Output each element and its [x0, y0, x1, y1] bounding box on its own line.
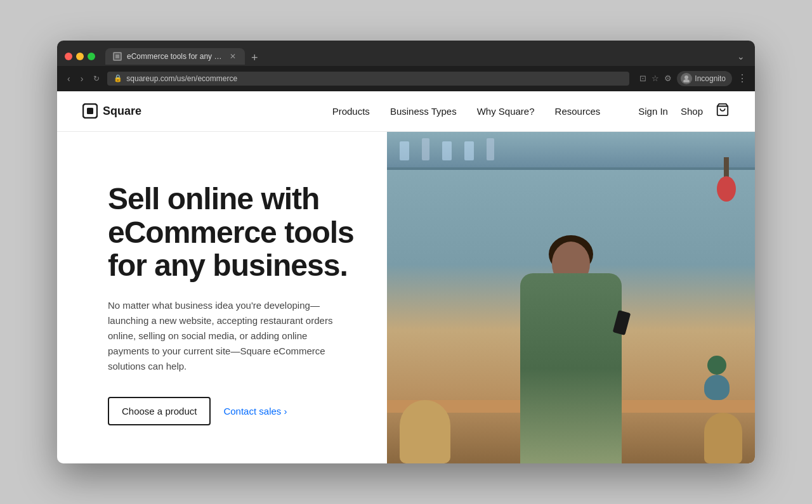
nav-links: Products Business Types Why Square? Reso… — [332, 106, 601, 117]
tab-favicon — [113, 52, 122, 61]
basket-right — [704, 413, 742, 463]
tab-title: eCommerce tools for any busi... — [127, 52, 225, 61]
svg-rect-5 — [87, 108, 93, 114]
shelf-glass-item — [400, 141, 409, 160]
sign-in-button[interactable]: Sign In — [638, 106, 668, 117]
hero-title: Sell online with eCommerce tools for any… — [108, 183, 362, 283]
active-tab[interactable]: eCommerce tools for any busi... ✕ — [105, 48, 245, 65]
website-content: Square Products Business Types Why Squar… — [57, 91, 755, 463]
incognito-badge[interactable]: Incognito — [677, 71, 732, 86]
nav-actions: Sign In Shop — [638, 103, 730, 120]
shelf-items — [400, 138, 494, 160]
decorative-pot — [704, 375, 730, 400]
hero-description: No matter what business idea you're deve… — [108, 298, 349, 374]
browser-titlebar: eCommerce tools for any busi... ✕ + ⌄ — [57, 41, 755, 66]
hero-image — [387, 132, 755, 463]
figure-body — [520, 273, 622, 463]
tab-close-icon[interactable]: ✕ — [230, 52, 236, 61]
square-logo-icon — [82, 103, 98, 119]
svg-point-3 — [683, 79, 690, 82]
site-navigation: Square Products Business Types Why Squar… — [57, 91, 755, 132]
nav-link-business-types[interactable]: Business Types — [390, 106, 457, 117]
kitchen-background — [387, 132, 755, 463]
browser-chrome: eCommerce tools for any busi... ✕ + ⌄ ‹ … — [57, 41, 755, 91]
close-button[interactable] — [65, 53, 72, 60]
more-menu-icon[interactable]: ⋮ — [737, 72, 747, 84]
address-bar[interactable]: 🔒 squareup.com/us/en/ecommerce — [107, 72, 629, 86]
plant-decoration — [717, 157, 736, 208]
contact-sales-link[interactable]: Contact sales › — [223, 406, 287, 417]
traffic-lights — [65, 53, 95, 60]
logo-text: Square — [103, 105, 141, 118]
back-button[interactable]: ‹ — [65, 72, 73, 85]
choose-product-button[interactable]: Choose a product — [108, 397, 211, 425]
bookmark-icon[interactable]: ☆ — [652, 74, 659, 83]
minimize-button[interactable] — [76, 53, 84, 60]
nav-link-why-square[interactable]: Why Square? — [477, 106, 535, 117]
new-tab-button[interactable]: + — [249, 51, 261, 65]
lock-icon: 🔒 — [114, 74, 122, 82]
fullscreen-button[interactable] — [88, 53, 95, 60]
incognito-label: Incognito — [695, 74, 726, 83]
shelf-glass-item-3 — [464, 141, 474, 160]
url-text: squareup.com/us/en/ecommerce — [126, 74, 237, 83]
shop-button[interactable]: Shop — [681, 106, 703, 117]
site-logo[interactable]: Square — [82, 103, 141, 119]
shelf-bottle-item-2 — [487, 138, 494, 160]
reload-button[interactable]: ↻ — [91, 73, 102, 84]
extensions-icon[interactable]: ⚙ — [664, 74, 672, 83]
tab-menu-icon[interactable]: ⌄ — [737, 51, 747, 61]
person-figure — [520, 273, 622, 463]
browser-actions: ⊡ ☆ ⚙ Incognito ⋮ — [639, 71, 747, 86]
hero-section: Sell online with eCommerce tools for any… — [57, 132, 755, 463]
hero-content: Sell online with eCommerce tools for any… — [57, 132, 387, 463]
pot-plant-leaves — [707, 356, 726, 375]
shelf-glass-item-2 — [442, 141, 452, 160]
cast-icon[interactable]: ⊡ — [639, 74, 646, 83]
shelf-bottle-item — [422, 138, 429, 160]
cart-icon[interactable] — [716, 103, 730, 120]
svg-rect-1 — [115, 55, 119, 58]
hero-buttons: Choose a product Contact sales › — [108, 397, 362, 425]
browser-tabs: eCommerce tools for any busi... ✕ + — [105, 48, 732, 65]
incognito-avatar — [681, 73, 692, 84]
basket-left — [400, 400, 450, 463]
svg-point-2 — [684, 75, 688, 79]
nav-link-products[interactable]: Products — [332, 106, 370, 117]
browser-addressbar: ‹ › ↻ 🔒 squareup.com/us/en/ecommerce ⊡ ☆… — [57, 66, 755, 91]
phone-prop — [613, 310, 631, 335]
forward-button[interactable]: › — [78, 72, 86, 85]
browser-window: eCommerce tools for any busi... ✕ + ⌄ ‹ … — [57, 41, 755, 463]
nav-link-resources[interactable]: Resources — [555, 106, 601, 117]
